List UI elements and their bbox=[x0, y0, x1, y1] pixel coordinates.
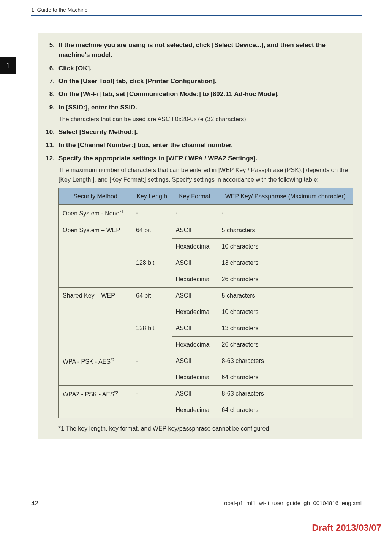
table-cell: 128 bit bbox=[132, 255, 172, 287]
table-row: Open System – WEP64 bitASCII5 characters bbox=[59, 222, 353, 238]
table-header: Key Format bbox=[172, 188, 218, 205]
footnote-1: *1 The key length, key format, and WEP k… bbox=[58, 425, 353, 432]
table-cell: Hexadecimal bbox=[172, 369, 218, 385]
step-number: 7. bbox=[42, 76, 58, 86]
step-number: 8. bbox=[42, 89, 58, 99]
step-number: 9. bbox=[42, 103, 58, 124]
steps-box: 5.If the machine you are using is not se… bbox=[38, 33, 362, 439]
table-cell: 10 characters bbox=[218, 304, 353, 320]
table-cell: 64 characters bbox=[218, 369, 353, 385]
table-cell: ASCII bbox=[172, 255, 218, 271]
table-cell: ASCII bbox=[172, 385, 218, 402]
step-note: The characters that can be used are ASCI… bbox=[58, 115, 353, 124]
step-instruction: Specify the appropriate settings in [WEP… bbox=[58, 154, 353, 163]
page-footer: 42 opal-p1_mf1_wi-fi_user_guide_gb_00104… bbox=[0, 500, 392, 507]
running-head: 1. Guide to the Machine bbox=[31, 7, 362, 16]
table-cell: 13 characters bbox=[218, 255, 353, 271]
table-cell: 10 characters bbox=[218, 238, 353, 255]
step-number: 5. bbox=[42, 40, 58, 60]
table-cell: ASCII bbox=[172, 287, 218, 304]
step-instruction: In the [Channel Number:] box, enter the … bbox=[58, 140, 353, 150]
table-cell: Hexadecimal bbox=[172, 402, 218, 418]
table-cell: Open System - None*1 bbox=[59, 205, 132, 222]
draft-stamp: Draft 2013/03/07 bbox=[312, 523, 381, 533]
table-cell: - bbox=[132, 205, 172, 222]
step-number: 6. bbox=[42, 63, 58, 73]
step-item: 7.On the [User Tool] tab, click [Printer… bbox=[42, 76, 353, 86]
step-instruction: If the machine you are using is not sele… bbox=[58, 40, 353, 60]
step-number: 11. bbox=[42, 140, 58, 150]
step-number: 10. bbox=[42, 127, 58, 137]
step-item: 9.In [SSID:], enter the SSID.The charact… bbox=[42, 103, 353, 124]
security-table: Security MethodKey LengthKey FormatWEP K… bbox=[58, 188, 353, 418]
table-cell: - bbox=[132, 385, 172, 418]
step-item: 8.On the [Wi-Fi] tab, set [Communication… bbox=[42, 89, 353, 99]
table-cell: - bbox=[132, 353, 172, 385]
source-file: opal-p1_mf1_wi-fi_user_guide_gb_00104816… bbox=[224, 500, 362, 507]
table-cell: WPA - PSK - AES*2 bbox=[59, 353, 132, 385]
step-number: 12. bbox=[42, 154, 58, 185]
table-cell: 128 bit bbox=[132, 320, 172, 353]
table-cell: ASCII bbox=[172, 353, 218, 369]
page-number: 42 bbox=[31, 500, 38, 507]
table-row: Shared Key – WEP64 bitASCII5 characters bbox=[59, 287, 353, 304]
step-instruction: On the [User Tool] tab, click [Printer C… bbox=[58, 76, 353, 86]
table-cell: - bbox=[218, 205, 353, 222]
table-header: WEP Key/ Passphrase (Maximum character) bbox=[218, 188, 353, 205]
table-cell: 26 characters bbox=[218, 271, 353, 287]
table-cell: Hexadecimal bbox=[172, 336, 218, 353]
table-cell: Shared Key – WEP bbox=[59, 287, 132, 353]
step-instruction: Select [Security Method:]. bbox=[58, 127, 353, 137]
table-cell: 64 characters bbox=[218, 402, 353, 418]
table-cell: Hexadecimal bbox=[172, 271, 218, 287]
table-cell: 5 characters bbox=[218, 222, 353, 238]
table-cell: WPA2 - PSK - AES*2 bbox=[59, 385, 132, 418]
table-row: WPA - PSK - AES*2-ASCII8-63 characters bbox=[59, 353, 353, 369]
step-instruction: Click [OK]. bbox=[58, 63, 353, 73]
step-instruction: On the [Wi-Fi] tab, set [Communication M… bbox=[58, 89, 353, 99]
table-cell: 5 characters bbox=[218, 287, 353, 304]
table-row: WPA2 - PSK - AES*2-ASCII8-63 characters bbox=[59, 385, 353, 402]
step-instruction: In [SSID:], enter the SSID. bbox=[58, 103, 353, 112]
table-header: Security Method bbox=[59, 188, 132, 205]
step-item: 5.If the machine you are using is not se… bbox=[42, 40, 353, 60]
table-cell: 13 characters bbox=[218, 320, 353, 336]
step-item: 12.Specify the appropriate settings in [… bbox=[42, 154, 353, 185]
table-cell: 26 characters bbox=[218, 336, 353, 353]
table-cell: 8-63 characters bbox=[218, 353, 353, 369]
table-cell: ASCII bbox=[172, 320, 218, 336]
table-cell: - bbox=[172, 205, 218, 222]
step-item: 11.In the [Channel Number:] box, enter t… bbox=[42, 140, 353, 150]
step-item: 10.Select [Security Method:]. bbox=[42, 127, 353, 137]
table-cell: 64 bit bbox=[132, 222, 172, 255]
chapter-tab: 1 bbox=[0, 57, 16, 74]
step-note: The maximum number of characters that ca… bbox=[58, 166, 353, 185]
table-cell: 8-63 characters bbox=[218, 385, 353, 402]
table-cell: Hexadecimal bbox=[172, 238, 218, 255]
table-cell: Hexadecimal bbox=[172, 304, 218, 320]
table-cell: 64 bit bbox=[132, 287, 172, 320]
table-cell: ASCII bbox=[172, 222, 218, 238]
step-item: 6.Click [OK]. bbox=[42, 63, 353, 73]
table-header: Key Length bbox=[132, 188, 172, 205]
table-row: Open System - None*1--- bbox=[59, 205, 353, 222]
table-cell: Open System – WEP bbox=[59, 222, 132, 287]
